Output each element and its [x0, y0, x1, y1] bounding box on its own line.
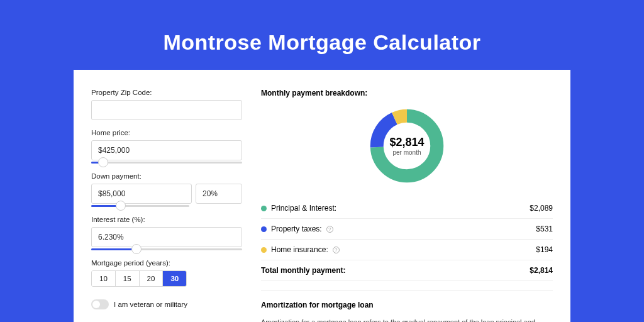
total-label: Total monthly payment: [261, 266, 345, 275]
donut-sub: per month [392, 149, 421, 156]
breakdown-value: $2,089 [530, 204, 553, 213]
home-price-slider[interactable] [91, 162, 242, 164]
down-payment-input[interactable] [91, 184, 192, 204]
veteran-label: I am veteran or military [114, 301, 187, 308]
home-price-input[interactable] [91, 140, 242, 160]
amortization-title: Amortization for mortgage loan [261, 301, 553, 309]
down-payment-field: Down payment: [91, 172, 242, 207]
dot-icon [261, 247, 267, 253]
down-payment-pct-input[interactable] [196, 184, 242, 204]
home-price-field: Home price: [91, 129, 242, 164]
breakdown-label: Principal & Interest: [271, 204, 336, 213]
donut-amount: $2,814 [389, 136, 424, 149]
veteran-row: I am veteran or military [91, 299, 242, 309]
dot-icon [261, 206, 267, 211]
form-column: Property Zip Code: Home price: Down paym… [91, 89, 242, 322]
breakdown-column: Monthly payment breakdown: $2,814 per mo… [261, 89, 553, 322]
breakdown-label: Home insurance: [271, 245, 328, 254]
breakdown-value: $531 [536, 225, 553, 233]
donut-chart: $2,814 per month [367, 106, 447, 186]
dot-icon [261, 226, 267, 232]
slider-thumb[interactable] [98, 157, 108, 167]
zip-label: Property Zip Code: [91, 89, 242, 96]
down-payment-slider[interactable] [91, 205, 189, 207]
slider-thumb[interactable] [131, 244, 142, 254]
interest-input[interactable] [91, 227, 242, 247]
zip-field: Property Zip Code: [91, 89, 242, 120]
donut-center: $2,814 per month [367, 106, 447, 186]
total-value: $2,814 [530, 266, 553, 275]
breakdown-label: Property taxes: [271, 225, 322, 233]
calculator-card: Property Zip Code: Home price: Down paym… [74, 70, 570, 322]
period-field: Mortgage period (years): 10 15 20 30 [91, 259, 242, 287]
interest-label: Interest rate (%): [91, 216, 242, 223]
donut-chart-wrap: $2,814 per month [261, 106, 553, 186]
breakdown-row-taxes: Property taxes: ? $531 [261, 219, 553, 240]
period-15-button[interactable]: 15 [116, 271, 140, 286]
period-10-button[interactable]: 10 [92, 271, 116, 286]
page-title: Montrose Mortgage Calculator [0, 0, 644, 70]
info-icon[interactable]: ? [333, 247, 340, 253]
slider-thumb[interactable] [116, 201, 126, 211]
period-label: Mortgage period (years): [91, 259, 242, 267]
breakdown-value: $194 [536, 245, 553, 254]
breakdown-row-principal: Principal & Interest: $2,089 [261, 198, 553, 219]
info-icon[interactable]: ? [326, 226, 333, 233]
interest-slider[interactable] [91, 248, 242, 250]
interest-field: Interest rate (%): [91, 216, 242, 250]
veteran-toggle[interactable] [91, 299, 109, 309]
amortization-text: Amortization for a mortgage loan refers … [261, 317, 553, 322]
home-price-label: Home price: [91, 129, 242, 136]
breakdown-title: Monthly payment breakdown: [261, 89, 553, 97]
breakdown-total-row: Total monthly payment: $2,814 [261, 260, 553, 281]
breakdown-row-insurance: Home insurance: ? $194 [261, 240, 553, 260]
zip-input[interactable] [91, 100, 242, 120]
period-30-button[interactable]: 30 [163, 271, 186, 286]
down-payment-label: Down payment: [91, 172, 242, 180]
period-buttons: 10 15 20 30 [91, 270, 187, 287]
amortization-section: Amortization for mortgage loan Amortizat… [261, 290, 553, 322]
period-20-button[interactable]: 20 [140, 271, 164, 286]
